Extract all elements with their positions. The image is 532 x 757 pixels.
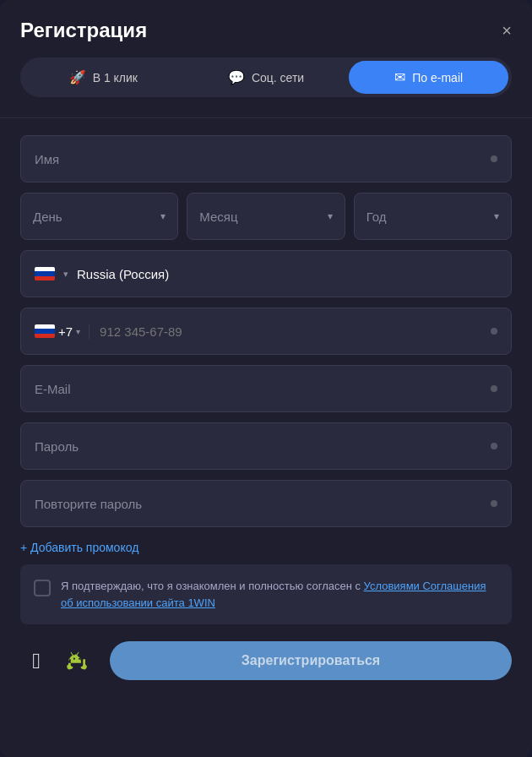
day-select-field[interactable]: День ▾ bbox=[20, 193, 178, 240]
terms-checkbox[interactable] bbox=[34, 580, 51, 596]
russia-flag-icon bbox=[35, 267, 55, 280]
name-field-indicator bbox=[491, 155, 497, 162]
register-button[interactable]: Зарегистрироваться bbox=[110, 641, 512, 680]
month-select-field[interactable]: Месяц ▾ bbox=[187, 193, 345, 240]
close-button[interactable]: × bbox=[502, 22, 512, 39]
phone-field[interactable]: +7 ▾ bbox=[20, 308, 512, 355]
registration-form: День ▾ Месяц ▾ Год ▾ ▾ Russia (Россия) bbox=[0, 135, 532, 554]
footer-section:  Зарегистрироваться bbox=[0, 624, 532, 680]
tab-email[interactable]: ✉ По e-mail bbox=[349, 61, 508, 94]
terms-text-before: Я подтверждаю, что я ознакомлен и полнос… bbox=[61, 580, 364, 592]
country-chevron-icon: ▾ bbox=[63, 269, 68, 280]
terms-section: Я подтверждаю, что я ознакомлен и полнос… bbox=[20, 564, 512, 624]
day-select[interactable]: День bbox=[33, 210, 160, 224]
email-icon: ✉ bbox=[394, 69, 405, 85]
birthdate-row: День ▾ Месяц ▾ Год ▾ bbox=[20, 193, 512, 240]
rocket-icon: 🚀 bbox=[69, 69, 86, 85]
confirm-password-field-wrapper[interactable] bbox=[20, 480, 512, 527]
email-field-indicator bbox=[491, 385, 497, 392]
divider bbox=[0, 117, 532, 118]
phone-field-indicator bbox=[491, 328, 497, 335]
modal-title: Регистрация bbox=[20, 19, 147, 42]
email-input[interactable] bbox=[35, 382, 491, 396]
tab-one-click[interactable]: 🚀 В 1 клик bbox=[24, 61, 183, 94]
password-input[interactable] bbox=[35, 439, 491, 454]
confirm-password-input[interactable] bbox=[35, 497, 491, 511]
phone-prefix-selector[interactable]: +7 ▾ bbox=[35, 324, 90, 339]
phone-code: +7 bbox=[58, 324, 73, 339]
phone-flag-icon bbox=[35, 324, 55, 338]
terms-text: Я подтверждаю, что я ознакомлен и полнос… bbox=[61, 578, 498, 611]
password-field-wrapper[interactable] bbox=[20, 422, 512, 470]
tab-one-click-label: В 1 клик bbox=[93, 71, 138, 84]
promo-link[interactable]: + Добавить промокод bbox=[20, 541, 512, 554]
android-app-icon[interactable] bbox=[61, 645, 93, 677]
tab-bar: 🚀 В 1 клик 💬 Соц. сети ✉ По e-mail bbox=[20, 57, 512, 97]
year-select-field[interactable]: Год ▾ bbox=[354, 193, 512, 240]
tab-social-label: Соц. сети bbox=[252, 71, 304, 84]
tab-social[interactable]: 💬 Соц. сети bbox=[187, 61, 346, 94]
year-chevron-icon: ▾ bbox=[494, 210, 499, 222]
email-field-wrapper[interactable] bbox=[20, 365, 512, 412]
confirm-password-indicator bbox=[491, 500, 497, 507]
apple-app-icon[interactable]:  bbox=[20, 645, 52, 677]
month-select[interactable]: Месяц bbox=[199, 210, 327, 224]
phone-prefix-chevron-icon: ▾ bbox=[76, 327, 80, 336]
password-field-indicator bbox=[491, 443, 497, 449]
modal-header: Регистрация × bbox=[0, 0, 532, 57]
name-field[interactable] bbox=[20, 135, 512, 182]
country-field[interactable]: ▾ Russia (Россия) bbox=[20, 250, 512, 297]
name-input[interactable] bbox=[35, 152, 491, 166]
tab-email-label: По e-mail bbox=[412, 71, 463, 84]
day-chevron-icon: ▾ bbox=[160, 210, 166, 222]
year-select[interactable]: Год bbox=[366, 210, 494, 224]
chat-icon: 💬 bbox=[228, 69, 245, 85]
app-icons-group:  bbox=[20, 645, 93, 677]
country-value: Russia (Россия) bbox=[77, 267, 497, 281]
phone-input[interactable] bbox=[100, 324, 484, 339]
month-chevron-icon: ▾ bbox=[328, 210, 333, 222]
registration-modal: Регистрация × 🚀 В 1 клик 💬 Соц. сети ✉ П… bbox=[0, 0, 532, 757]
